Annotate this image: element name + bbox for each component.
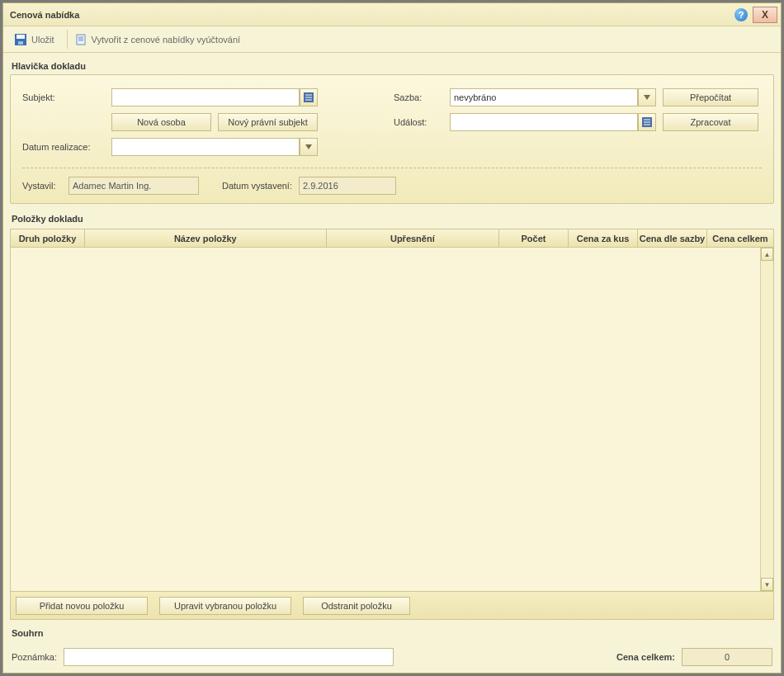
issue-date-label: Datum vystavení: — [222, 181, 292, 191]
event-input[interactable] — [450, 113, 638, 131]
grid-scrollbar[interactable]: ▲ ▼ — [760, 248, 773, 591]
add-item-button[interactable]: Přidat novou položku — [16, 597, 148, 615]
items-grid: Druh položky Název položky Upřesnění Poč… — [10, 229, 774, 620]
svg-marker-11 — [644, 95, 650, 100]
column-header-count[interactable]: Počet — [499, 229, 569, 247]
summary-section-title: Souhrn — [10, 623, 774, 641]
header-divider — [22, 168, 762, 168]
note-label: Poznámka: — [12, 652, 57, 662]
close-button[interactable]: X — [753, 7, 777, 23]
column-header-rate-price[interactable]: Cena dle sazby — [638, 229, 707, 247]
items-grid-footer: Přidat novou položku Upravit vybranou po… — [11, 591, 773, 619]
realization-date-input[interactable] — [111, 138, 300, 156]
rate-dropdown-button[interactable] — [638, 88, 656, 106]
toolbar: Uložit Vytvořit z cenové nabídky vyúčtov… — [3, 26, 781, 53]
list-icon — [642, 117, 652, 127]
chevron-down-icon — [305, 144, 312, 149]
total-value: 0 — [682, 648, 772, 666]
rate-select[interactable] — [450, 88, 638, 106]
create-invoice-button[interactable]: Vytvořit z cenové nabídky vyúčtování — [68, 26, 253, 52]
chevron-down-icon — [644, 95, 650, 100]
header-panel: Subjekt: — [10, 74, 774, 204]
process-button[interactable]: Zpracovat — [663, 113, 758, 131]
column-header-detail[interactable]: Upřesnění — [327, 229, 499, 247]
issue-date-field — [299, 177, 396, 195]
subject-label: Subjekt: — [22, 92, 105, 102]
event-label: Událost: — [394, 117, 443, 127]
window-title: Cenová nabídka — [10, 10, 79, 20]
save-button[interactable]: Uložit — [7, 26, 67, 52]
disk-icon — [15, 34, 26, 45]
rate-label: Sazba: — [394, 92, 443, 102]
svg-rect-2 — [18, 41, 23, 45]
save-label: Uložit — [31, 35, 54, 45]
subject-input[interactable] — [111, 88, 300, 106]
column-header-type[interactable]: Druh položky — [11, 229, 85, 247]
items-grid-header: Druh položky Název položky Upřesnění Poč… — [11, 229, 773, 248]
event-lookup-button[interactable] — [638, 113, 656, 131]
items-grid-body[interactable]: ▲ ▼ — [11, 248, 773, 591]
document-icon — [75, 34, 87, 45]
delete-item-button[interactable]: Odstranit položku — [303, 597, 410, 615]
edit-item-button[interactable]: Upravit vybranou položku — [159, 597, 291, 615]
note-input[interactable] — [64, 648, 394, 666]
svg-rect-3 — [77, 35, 85, 45]
scroll-up-button[interactable]: ▲ — [761, 248, 773, 261]
new-person-button[interactable]: Nová osoba — [111, 113, 211, 131]
titlebar: Cenová nabídka ? X — [3, 3, 781, 26]
realization-date-dropdown[interactable] — [300, 138, 318, 156]
new-legal-subject-button[interactable]: Nový právní subjekt — [218, 113, 318, 131]
list-icon — [304, 92, 314, 102]
scroll-down-button[interactable]: ▼ — [761, 578, 773, 591]
column-header-unit-price[interactable]: Cena za kus — [569, 229, 638, 247]
svg-rect-1 — [17, 35, 25, 39]
svg-marker-16 — [305, 144, 312, 149]
items-section-title: Položky dokladu — [10, 209, 774, 227]
issuer-label: Vystavil: — [22, 181, 62, 191]
header-section-title: Hlavička dokladu — [10, 56, 774, 74]
subject-lookup-button[interactable] — [300, 88, 318, 106]
total-label: Cena celkem: — [616, 652, 675, 662]
issuer-field — [68, 177, 199, 195]
column-header-total[interactable]: Cena celkem — [707, 229, 773, 247]
column-header-name[interactable]: Název položky — [85, 229, 327, 247]
recalculate-button[interactable]: Přepočítat — [663, 88, 758, 106]
create-invoice-label: Vytvořit z cenové nabídky vyúčtování — [92, 35, 241, 45]
window: Cenová nabídka ? X Uložit — [2, 2, 782, 674]
realization-date-label: Datum realizace: — [22, 142, 105, 152]
help-icon[interactable]: ? — [734, 8, 748, 21]
